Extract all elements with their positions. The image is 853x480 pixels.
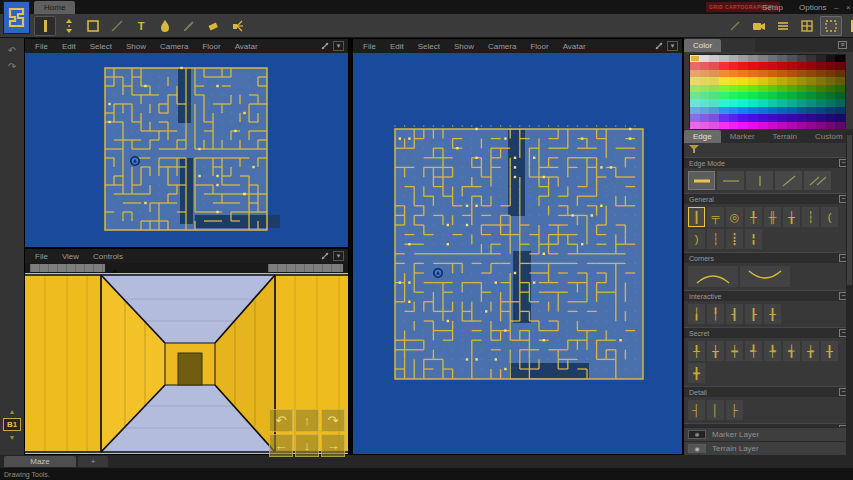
color-swatch[interactable]: [758, 122, 768, 129]
color-swatch[interactable]: [748, 62, 758, 69]
color-swatch[interactable]: [835, 114, 845, 121]
color-swatch[interactable]: [690, 99, 700, 106]
color-swatch[interactable]: [797, 85, 807, 92]
menu-floor[interactable]: Floor: [196, 42, 226, 51]
color-swatch[interactable]: [826, 85, 836, 92]
minimize-button[interactable]: –: [830, 0, 842, 14]
tab-custom[interactable]: Custom: [806, 130, 852, 143]
color-swatch[interactable]: [719, 77, 729, 84]
color-swatch[interactable]: [748, 77, 758, 84]
paint-tool-button[interactable]: [154, 16, 176, 36]
detail-wall-right-button[interactable]: ├: [726, 400, 743, 420]
color-swatch[interactable]: [797, 77, 807, 84]
menu-controls[interactable]: Controls: [87, 252, 129, 261]
mode-thin-wall-button[interactable]: [717, 171, 744, 190]
color-swatch[interactable]: [709, 92, 719, 99]
color-swatch[interactable]: [816, 122, 826, 129]
color-swatch[interactable]: [729, 55, 739, 62]
color-swatch[interactable]: [806, 99, 816, 106]
eraser-tool-button[interactable]: [202, 16, 224, 36]
color-swatch[interactable]: [806, 70, 816, 77]
color-swatch[interactable]: [816, 77, 826, 84]
add-map-tab-button[interactable]: +: [78, 456, 108, 467]
layout-grid-tool-button[interactable]: [796, 16, 818, 36]
door-plain-button[interactable]: ╤: [707, 207, 724, 227]
marquee-tool-button[interactable]: [820, 16, 842, 36]
door-arrow-down-button[interactable]: ╁: [783, 207, 800, 227]
color-swatch[interactable]: [787, 99, 797, 106]
color-swatch[interactable]: [738, 55, 748, 62]
color-swatch[interactable]: [690, 62, 700, 69]
close-button[interactable]: ×: [842, 0, 853, 14]
color-swatch[interactable]: [787, 77, 797, 84]
dotted-wall-heavy-button[interactable]: ┋: [726, 229, 743, 249]
layer-visibility-toggle[interactable]: ◉: [688, 444, 706, 453]
color-swatch[interactable]: [768, 92, 778, 99]
first-person-view[interactable]: ↶↑↷←↓→: [25, 273, 348, 454]
color-swatch[interactable]: [768, 70, 778, 77]
color-swatch[interactable]: [787, 122, 797, 129]
color-swatch[interactable]: [777, 99, 787, 106]
tab-edge[interactable]: Edge: [684, 130, 721, 143]
color-swatch[interactable]: [690, 92, 700, 99]
color-swatch[interactable]: [826, 114, 836, 121]
color-swatch[interactable]: [777, 85, 787, 92]
secret-door-down-button[interactable]: ╁: [707, 341, 724, 361]
corner-arc-concave-button[interactable]: [740, 266, 790, 287]
color-swatch[interactable]: [719, 62, 729, 69]
color-swatch[interactable]: [806, 77, 816, 84]
menu-select[interactable]: Select: [412, 42, 446, 51]
turn-left-button[interactable]: ↶: [269, 409, 293, 432]
lever-door-down-button[interactable]: ╽: [688, 304, 705, 324]
map-canvas[interactable]: [25, 53, 348, 247]
color-swatch[interactable]: [777, 114, 787, 121]
spray-tool-button[interactable]: [226, 16, 248, 36]
secret-door-cross-button[interactable]: ┿: [726, 341, 743, 361]
secret-door-down-left-button[interactable]: ╅: [783, 341, 800, 361]
color-swatch[interactable]: [690, 85, 700, 92]
color-swatch[interactable]: [835, 62, 845, 69]
secret-door-down-right-button[interactable]: ╆: [802, 341, 819, 361]
color-swatch[interactable]: [700, 85, 710, 92]
color-swatch[interactable]: [748, 122, 758, 129]
wall-solid-button[interactable]: ┃: [688, 207, 705, 227]
color-swatch[interactable]: [806, 114, 816, 121]
color-swatch[interactable]: [700, 55, 710, 62]
color-swatch[interactable]: [806, 122, 816, 129]
color-swatch[interactable]: [709, 70, 719, 77]
menu-edit[interactable]: Edit: [56, 42, 82, 51]
panel-tool-button[interactable]: [844, 16, 853, 36]
color-swatch[interactable]: [758, 62, 768, 69]
lever-door-up-button[interactable]: ╿: [707, 304, 724, 324]
color-swatch[interactable]: [690, 77, 700, 84]
color-swatch[interactable]: [797, 107, 807, 114]
layer-visibility-toggle[interactable]: ✱: [688, 430, 706, 439]
color-swatch[interactable]: [709, 107, 719, 114]
color-swatch[interactable]: [768, 55, 778, 62]
color-swatch[interactable]: [738, 92, 748, 99]
color-swatch[interactable]: [700, 70, 710, 77]
color-swatch[interactable]: [729, 92, 739, 99]
dashed-wall-button[interactable]: ┆: [802, 207, 819, 227]
secret-door-up-left-button[interactable]: ╃: [745, 341, 762, 361]
color-swatch[interactable]: [729, 77, 739, 84]
color-swatch[interactable]: [758, 99, 768, 106]
color-swatch[interactable]: [787, 62, 797, 69]
color-swatch[interactable]: [787, 92, 797, 99]
color-swatch[interactable]: [729, 107, 739, 114]
camera-tool-button[interactable]: [748, 16, 770, 36]
color-swatch[interactable]: [729, 85, 739, 92]
color-swatch[interactable]: [700, 77, 710, 84]
color-swatch[interactable]: [826, 107, 836, 114]
panel-scrollbar[interactable]: [846, 133, 853, 455]
dotted-wall-button[interactable]: ┆: [707, 229, 724, 249]
floor-up-button[interactable]: ▲: [9, 408, 16, 415]
secret-door-up-button[interactable]: ╀: [688, 341, 705, 361]
color-swatch[interactable]: [835, 122, 845, 129]
color-swatch[interactable]: [835, 85, 845, 92]
color-swatch[interactable]: [758, 107, 768, 114]
color-swatch[interactable]: [806, 62, 816, 69]
color-swatch[interactable]: [690, 70, 700, 77]
color-swatch[interactable]: [738, 85, 748, 92]
color-swatch[interactable]: [719, 85, 729, 92]
